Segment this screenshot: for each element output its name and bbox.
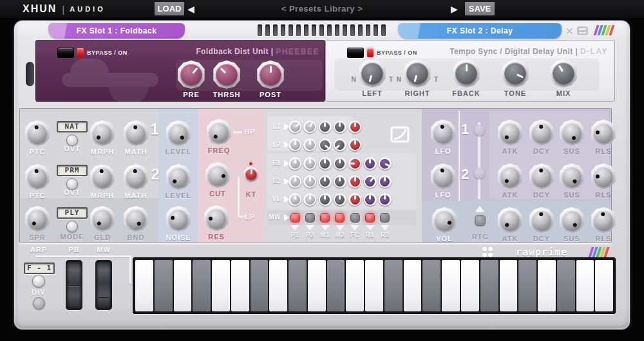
env1-dcy-knob[interactable]: DCY xyxy=(529,120,554,145)
matrix-knob-E1-P1[interactable] xyxy=(289,157,301,170)
matrix-knob-E2-M1[interactable] xyxy=(319,175,332,188)
env1-sus-knob[interactable]: SUS xyxy=(559,120,585,145)
fx1-post-knob[interactable]: POST xyxy=(256,60,285,89)
osc2-mrph-knob[interactable]: MRPH xyxy=(90,164,115,190)
matrix-mw-button-FC[interactable] xyxy=(350,213,360,223)
matrix-mw-button-R2[interactable] xyxy=(380,213,390,223)
fx1-thrsh-knob[interactable]: THRSH xyxy=(213,60,241,89)
matrix-mw-button-P2[interactable] xyxy=(305,213,315,223)
matrix-mw-button-M2[interactable] xyxy=(335,213,345,223)
next-preset-icon[interactable]: ▶ xyxy=(451,3,458,15)
osc1-mrph-knob[interactable]: MRPH xyxy=(90,120,115,146)
vca-sus-knob[interactable]: SUS xyxy=(559,207,585,233)
key-white[interactable] xyxy=(595,260,613,311)
matrix-knob-E1-M2[interactable] xyxy=(334,157,346,170)
matrix-knob-L2-FC[interactable] xyxy=(348,138,361,151)
save-button[interactable]: SAVE xyxy=(465,2,495,15)
filter-res-knob[interactable]: RES xyxy=(204,205,229,231)
matrix-knob-E2-FC[interactable] xyxy=(348,175,361,188)
matrix-knob-VL-R1[interactable] xyxy=(364,193,377,206)
bypass-button[interactable] xyxy=(347,48,364,58)
matrix-knob-E2-P2[interactable] xyxy=(303,175,316,188)
lfo2-knob[interactable]: LFO xyxy=(430,163,456,189)
matrix-knob-VL-R2[interactable] xyxy=(379,193,392,206)
key-white[interactable] xyxy=(365,260,383,311)
matrix-knob-E1-R2[interactable] xyxy=(379,157,392,170)
matrix-knob-E2-M2[interactable] xyxy=(334,175,346,188)
mod-wheel[interactable] xyxy=(95,260,112,310)
fx2-left-knob[interactable]: LEFT xyxy=(358,59,386,88)
matrix-knob-VL-M1[interactable] xyxy=(319,193,332,206)
matrix-knob-L1-M2[interactable] xyxy=(334,120,346,133)
key-black[interactable] xyxy=(557,260,575,311)
matrix-knob-E1-P2[interactable] xyxy=(303,157,316,170)
prev-preset-icon[interactable]: ◀ xyxy=(187,3,194,15)
key-white[interactable] xyxy=(135,260,153,311)
rtg-button[interactable] xyxy=(475,215,486,226)
fx2-fback-knob[interactable]: FBACK xyxy=(452,59,480,88)
spr-knob[interactable]: SPR xyxy=(24,206,50,232)
vca-dcy-knob[interactable]: DCY xyxy=(529,207,554,233)
key-black[interactable] xyxy=(193,260,211,311)
matrix-knob-L1-P2[interactable] xyxy=(303,120,316,133)
key-white[interactable] xyxy=(538,260,556,311)
env2-atk-knob[interactable]: ATK xyxy=(497,163,523,189)
key-black[interactable] xyxy=(384,260,402,311)
noise-knob[interactable]: NOISE xyxy=(166,206,191,232)
preset-browser[interactable]: < Presets Library > xyxy=(245,4,399,14)
matrix-knob-E2-R1[interactable] xyxy=(364,175,377,188)
key-black[interactable] xyxy=(155,260,173,311)
fx1-pre-knob[interactable]: PRE xyxy=(177,60,205,89)
key-black[interactable] xyxy=(480,260,498,311)
fx2-bypass-switch[interactable]: BYPASS / ON xyxy=(347,48,417,58)
tab-fx-slot-2[interactable]: FX Slot 2 : Delay xyxy=(398,23,562,39)
key-black[interactable] xyxy=(251,260,269,311)
osc2-math-knob[interactable]: MATH xyxy=(123,164,149,190)
matrix-knob-L2-P1[interactable] xyxy=(289,138,301,151)
filter-freq-knob[interactable]: FREQ xyxy=(206,119,232,145)
key-white[interactable] xyxy=(442,260,460,311)
filter-kt-knob[interactable]: KT xyxy=(243,167,259,182)
matrix-knob-E2-P1[interactable] xyxy=(289,175,301,188)
matrix-knob-L2-P2[interactable] xyxy=(303,138,316,151)
lfo1-amount-handle[interactable] xyxy=(474,125,485,136)
env1-atk-knob[interactable]: ATK xyxy=(497,120,523,145)
key-white[interactable] xyxy=(404,260,422,311)
env1-rls-knob[interactable]: RLS xyxy=(591,120,616,145)
env2-sus-knob[interactable]: SUS xyxy=(559,163,585,189)
fx2-tone-knob[interactable]: TONE xyxy=(501,59,529,88)
env2-rls-knob[interactable]: RLS xyxy=(591,163,616,189)
matrix-mw-button-P1[interactable] xyxy=(290,213,300,223)
matrix-knob-E1-FC[interactable] xyxy=(348,157,361,170)
key-white[interactable] xyxy=(576,260,594,311)
key-black[interactable] xyxy=(518,260,536,311)
bnd-knob[interactable]: BND xyxy=(123,206,149,232)
key-black[interactable] xyxy=(422,260,440,311)
osc1-math-knob[interactable]: MATH xyxy=(123,120,149,146)
matrix-knob-VL-M2[interactable] xyxy=(334,193,346,206)
filter-cut-knob[interactable]: CUT xyxy=(205,162,231,188)
gld-knob[interactable]: GLD xyxy=(90,206,115,232)
osc1-level-knob[interactable]: LEVEL xyxy=(166,120,191,146)
lfo1-knob[interactable]: LFO xyxy=(430,120,456,145)
key-white[interactable] xyxy=(212,260,230,311)
div-button[interactable] xyxy=(33,297,45,309)
pitch-bend-wheel[interactable] xyxy=(66,260,82,310)
osc1-ptc-knob[interactable]: PTC xyxy=(24,120,50,146)
matrix-knob-VL-P2[interactable] xyxy=(303,193,316,206)
matrix-knob-E1-R1[interactable] xyxy=(364,157,377,170)
vca-atk-knob[interactable]: ATK xyxy=(497,207,523,233)
fx2-right-knob[interactable]: RIGHT xyxy=(403,59,431,88)
matrix-knob-L2-M2[interactable] xyxy=(334,138,346,151)
osc2-ptc-knob[interactable]: PTC xyxy=(24,164,50,190)
arp-button[interactable] xyxy=(32,275,45,288)
load-button[interactable]: LOAD xyxy=(155,2,184,15)
fx1-bypass-switch[interactable]: BYPASS / ON xyxy=(57,48,128,58)
mode-button[interactable] xyxy=(66,221,78,232)
matrix-knob-VL-FC[interactable] xyxy=(348,193,361,206)
key-white[interactable] xyxy=(269,260,287,311)
matrix-knob-E2-R2[interactable] xyxy=(379,175,392,188)
fx2-mix-knob[interactable]: MIX xyxy=(549,59,578,88)
matrix-knob-L1-P1[interactable] xyxy=(289,120,301,133)
vca-rls-knob[interactable]: RLS xyxy=(591,207,616,233)
